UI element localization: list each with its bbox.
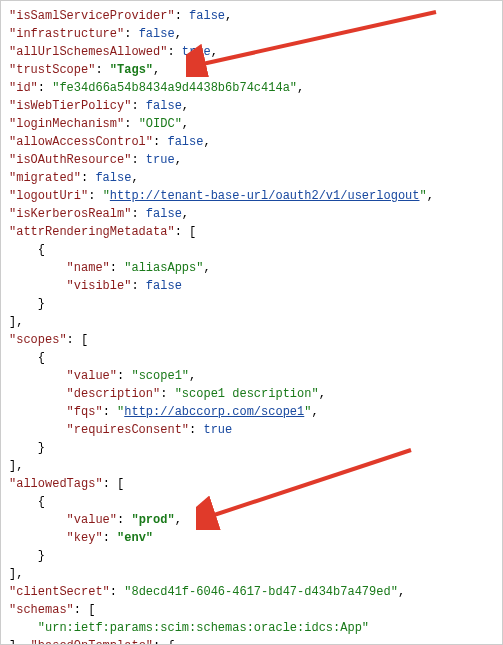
val: "aliasApps" bbox=[124, 261, 203, 275]
val: "scope1 description" bbox=[175, 387, 319, 401]
q: " bbox=[419, 189, 426, 203]
val: false bbox=[146, 99, 182, 113]
punct: : bbox=[103, 531, 117, 545]
brace: { bbox=[38, 351, 45, 365]
punct: : [ bbox=[74, 603, 96, 617]
punct: : bbox=[153, 135, 167, 149]
punct: : bbox=[131, 207, 145, 221]
punct: , bbox=[175, 513, 182, 527]
val: false bbox=[189, 9, 225, 23]
key: "value" bbox=[67, 369, 117, 383]
punct: : bbox=[189, 423, 203, 437]
val: "urn:ietf:params:scim:schemas:oracle:idc… bbox=[38, 621, 369, 635]
brace: } bbox=[38, 441, 45, 455]
punct: : bbox=[88, 189, 102, 203]
bracket: ], bbox=[9, 567, 23, 581]
val: false bbox=[167, 135, 203, 149]
val: "fe34d66a54b8434a9d4438b6b74c414a" bbox=[52, 81, 297, 95]
val: "OIDC" bbox=[139, 117, 182, 131]
url: http://abccorp.com/scope1 bbox=[124, 405, 304, 419]
punct: : bbox=[131, 279, 145, 293]
val: true bbox=[203, 423, 232, 437]
punct: : bbox=[95, 63, 109, 77]
key: "basedOnTemplate" bbox=[31, 639, 153, 645]
key: "isWebTierPolicy" bbox=[9, 99, 131, 113]
key: "id" bbox=[9, 81, 38, 95]
key: "fqs" bbox=[67, 405, 103, 419]
punct: , bbox=[189, 369, 196, 383]
val: "scope1" bbox=[131, 369, 189, 383]
punct: , bbox=[175, 153, 182, 167]
punct: : bbox=[110, 261, 124, 275]
punct: : [ bbox=[67, 333, 89, 347]
punct: : bbox=[167, 45, 181, 59]
brace: } bbox=[38, 297, 45, 311]
punct: : bbox=[110, 585, 124, 599]
punct: : bbox=[124, 27, 138, 41]
punct: : bbox=[81, 171, 95, 185]
val: false bbox=[95, 171, 131, 185]
json-code-block: "isSamlServiceProvider": false, "infrast… bbox=[1, 1, 502, 645]
val: true bbox=[182, 45, 211, 59]
val-tags: "Tags" bbox=[110, 63, 153, 77]
punct: : bbox=[38, 81, 52, 95]
brace: { bbox=[38, 243, 45, 257]
punct: : bbox=[103, 405, 117, 419]
punct: : bbox=[160, 387, 174, 401]
val: false bbox=[146, 207, 182, 221]
val: true bbox=[146, 153, 175, 167]
key: "clientSecret" bbox=[9, 585, 110, 599]
punct: , bbox=[427, 189, 434, 203]
key: "key" bbox=[67, 531, 103, 545]
key: "attrRenderingMetadata" bbox=[9, 225, 175, 239]
punct: , bbox=[225, 9, 232, 23]
punct: : { bbox=[153, 639, 175, 645]
key: "isKerberosRealm" bbox=[9, 207, 131, 221]
bracket: ], bbox=[9, 459, 23, 473]
punct: : [ bbox=[103, 477, 125, 491]
key: "scopes" bbox=[9, 333, 67, 347]
url: http://tenant-base-url/oauth2/v1/userlog… bbox=[110, 189, 420, 203]
punct: , bbox=[182, 99, 189, 113]
punct: , bbox=[175, 27, 182, 41]
key: "name" bbox=[67, 261, 110, 275]
punct: : bbox=[117, 513, 131, 527]
punct: , bbox=[182, 207, 189, 221]
q: " bbox=[103, 189, 110, 203]
key: "isSamlServiceProvider" bbox=[9, 9, 175, 23]
key: "logoutUri" bbox=[9, 189, 88, 203]
punct: : bbox=[131, 153, 145, 167]
key: "migrated" bbox=[9, 171, 81, 185]
bracket: ], bbox=[9, 315, 23, 329]
key: "requiresConsent" bbox=[67, 423, 189, 437]
key: "loginMechanism" bbox=[9, 117, 124, 131]
key: "schemas" bbox=[9, 603, 74, 617]
punct: , bbox=[211, 45, 218, 59]
val: false bbox=[139, 27, 175, 41]
punct: : bbox=[175, 9, 189, 23]
punct: , bbox=[203, 135, 210, 149]
punct: , bbox=[203, 261, 210, 275]
val-env: "env" bbox=[117, 531, 153, 545]
brace: { bbox=[38, 495, 45, 509]
key: "allowedTags" bbox=[9, 477, 103, 491]
punct: , bbox=[311, 405, 318, 419]
val: false bbox=[146, 279, 182, 293]
key: "infrastructure" bbox=[9, 27, 124, 41]
punct: : [ bbox=[175, 225, 197, 239]
key: "visible" bbox=[67, 279, 132, 293]
key: "isOAuthResource" bbox=[9, 153, 131, 167]
key: "allowAccessControl" bbox=[9, 135, 153, 149]
bracket: ], bbox=[9, 639, 31, 645]
key: "value" bbox=[67, 513, 117, 527]
punct: , bbox=[398, 585, 405, 599]
key: "description" bbox=[67, 387, 161, 401]
key: "allUrlSchemesAllowed" bbox=[9, 45, 167, 59]
punct: , bbox=[182, 117, 189, 131]
punct: : bbox=[131, 99, 145, 113]
punct: , bbox=[297, 81, 304, 95]
val: "8decd41f-6046-4617-bd47-d434b7a479ed" bbox=[124, 585, 398, 599]
brace: } bbox=[38, 549, 45, 563]
key: "trustScope" bbox=[9, 63, 95, 77]
punct: , bbox=[131, 171, 138, 185]
